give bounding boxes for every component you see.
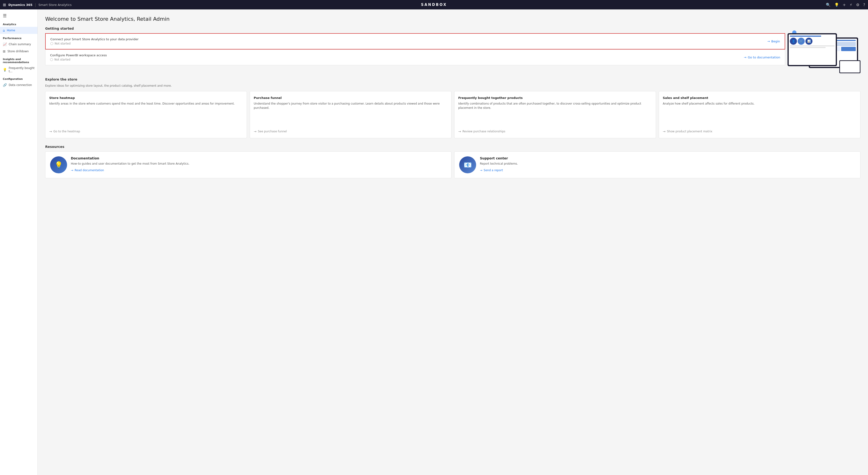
sidebar-section-analytics: Analytics ⌂ Home xyxy=(0,20,37,34)
tablet-mockup: 👤 🛒 📊 xyxy=(787,33,858,71)
small-tablet-screen xyxy=(840,61,860,72)
support-title: Support center xyxy=(480,156,856,160)
getting-started-title: Getting started xyxy=(45,27,861,30)
funnel-link[interactable]: → See purchase funnel xyxy=(254,129,447,133)
explore-section-title: Explore the store xyxy=(45,78,861,81)
funnel-link-label: See purchase funnel xyxy=(258,130,287,133)
explore-card-sales-shelf: Sales and shelf placement Analyze how sh… xyxy=(659,91,861,138)
main-layout: ☰ Analytics ⌂ Home Performance 📈 Chain s… xyxy=(0,9,868,475)
main-content: Welcome to Smart Store Analytics, Retail… xyxy=(38,9,868,475)
explore-section: Explore the store Explore ideas for opti… xyxy=(45,78,861,138)
configuration-section-label: Configuration xyxy=(0,75,37,82)
connect-card-action[interactable]: → Begin xyxy=(767,39,780,43)
store-drilldown-label: Store drilldown xyxy=(7,50,29,53)
documentation-desc: How-to guides and user documentation to … xyxy=(71,161,446,166)
documentation-content: Documentation How-to guides and user doc… xyxy=(71,156,446,172)
resource-card-documentation: 💡 Documentation How-to guides and user d… xyxy=(45,151,452,178)
setup-card-powerbi: Configure PowerBI workspace access Not s… xyxy=(45,50,785,65)
support-link-label: Send a report xyxy=(484,169,503,172)
search-icon[interactable]: 🔍 xyxy=(826,3,831,7)
heatmap-desc: Identify areas in the store where custom… xyxy=(49,101,243,128)
documentation-icon: 💡 xyxy=(50,156,67,173)
sidebar-section-insights: Insights and recommendations 💡 Frequentl… xyxy=(0,55,37,75)
connect-card-status: Not started xyxy=(50,42,138,45)
performance-section-label: Performance xyxy=(0,34,37,41)
getting-started-row: Connect your Smart Store Analytics to yo… xyxy=(45,33,861,71)
support-desc: Report technical problems. xyxy=(480,161,856,166)
sidebar-section-configuration: Configuration 🔗 Data connection xyxy=(0,75,37,89)
tablet-front: 👤 🛒 📊 xyxy=(787,33,837,66)
powerbi-status-radio xyxy=(50,58,53,61)
documentation-link[interactable]: → Read documentation xyxy=(71,169,446,172)
hamburger-icon[interactable]: ☰ xyxy=(0,11,37,20)
connect-action-arrow: → xyxy=(767,39,770,43)
freq-bought-link-label: Review purchase relationships xyxy=(463,130,505,133)
sidebar-item-data-connection[interactable]: 🔗 Data connection xyxy=(0,82,37,89)
front-bar-2 xyxy=(790,46,835,47)
data-connection-label: Data connection xyxy=(9,83,32,87)
tablet-front-screen: 👤 🛒 📊 xyxy=(789,34,836,65)
support-content: Support center Report technical problems… xyxy=(480,156,856,172)
powerbi-card-status: Not started xyxy=(50,58,107,61)
connect-card-title: Connect your Smart Store Analytics to yo… xyxy=(50,37,138,41)
question-icon[interactable]: ? xyxy=(863,3,865,7)
sidebar-section-performance: Performance 📈 Chain summary ⊞ Store dril… xyxy=(0,34,37,55)
insights-section-label: Insights and recommendations xyxy=(0,55,37,65)
setup-cards-container: Connect your Smart Store Analytics to yo… xyxy=(45,33,785,71)
heatmap-link-label: Go to the heatmap xyxy=(54,130,80,133)
sidebar-item-frequently-bought[interactable]: 💡 Frequently bought t... xyxy=(0,65,37,75)
heatmap-link[interactable]: → Go to the heatmap xyxy=(49,129,243,133)
sidebar: ☰ Analytics ⌂ Home Performance 📈 Chain s… xyxy=(0,9,38,475)
chain-summary-label: Chain summary xyxy=(9,42,31,46)
settings-icon[interactable]: ⚙ xyxy=(856,3,859,7)
front-screen-bar xyxy=(790,35,821,37)
top-nav: ⊞ Dynamics 365 | Smart Store Analytics S… xyxy=(0,0,868,9)
resources-section-title: Resources xyxy=(45,145,861,149)
sandbox-label: SANDBOX xyxy=(421,3,447,7)
front-icon-2: 🛒 xyxy=(798,38,805,45)
sales-shelf-link[interactable]: → Show product placement matrix xyxy=(663,129,857,133)
front-icon-3: 📊 xyxy=(805,38,812,45)
freq-bought-desc: Identify combinations of products that a… xyxy=(458,101,652,128)
setup-card-connect-left: Connect your Smart Store Analytics to yo… xyxy=(50,37,138,45)
support-link-arrow: → xyxy=(480,169,482,172)
add-icon[interactable]: + xyxy=(843,3,846,7)
sidebar-home-label: Home xyxy=(7,29,15,32)
filter-icon[interactable]: ⚡ xyxy=(850,3,852,7)
resource-card-support: 📧 Support center Report technical proble… xyxy=(454,151,861,178)
heatmap-arrow: → xyxy=(49,129,52,133)
home-icon: ⌂ xyxy=(3,29,5,32)
connect-status-radio xyxy=(50,42,53,45)
analytics-section-label: Analytics xyxy=(0,20,37,27)
documentation-link-label: Read documentation xyxy=(74,169,104,172)
nav-left: ⊞ Dynamics 365 | Smart Store Analytics xyxy=(3,3,71,7)
sidebar-item-home[interactable]: ⌂ Home xyxy=(0,27,37,34)
getting-started-section: Getting started Connect your Smart Store… xyxy=(45,27,861,71)
help-icon[interactable]: 💡 xyxy=(834,3,839,7)
apps-icon[interactable]: ⊞ xyxy=(3,3,6,7)
setup-card-powerbi-left: Configure PowerBI workspace access Not s… xyxy=(50,54,107,61)
store-drilldown-icon: ⊞ xyxy=(3,50,6,53)
frequently-bought-icon: 💡 xyxy=(3,68,7,71)
sales-shelf-desc: Analyze how shelf placement affects sale… xyxy=(663,101,857,128)
nav-right: 🔍 💡 + ⚡ ⚙ ? xyxy=(826,3,865,7)
page-title: Welcome to Smart Store Analytics, Retail… xyxy=(45,16,861,22)
setup-card-connect: Connect your Smart Store Analytics to yo… xyxy=(45,33,785,50)
sidebar-item-store-drilldown[interactable]: ⊞ Store drilldown xyxy=(0,48,37,55)
front-screen-row-1: 👤 🛒 📊 xyxy=(790,38,835,45)
support-link[interactable]: → Send a report xyxy=(480,169,856,172)
powerbi-card-action[interactable]: → Go to documentation xyxy=(744,56,780,59)
explore-card-frequently-bought: Frequently bought together products Iden… xyxy=(454,91,656,138)
small-tablet xyxy=(839,60,861,73)
heatmap-title: Store heatmap xyxy=(49,96,243,99)
front-bar-3 xyxy=(790,47,826,48)
front-icon-1: 👤 xyxy=(790,38,797,45)
powerbi-action-arrow: → xyxy=(744,56,746,59)
getting-started-image: 👤 🛒 📊 xyxy=(785,33,861,71)
explore-cards-grid: Store heatmap Identify areas in the stor… xyxy=(45,91,861,138)
sales-shelf-title: Sales and shelf placement xyxy=(663,96,857,99)
chain-summary-icon: 📈 xyxy=(3,42,7,46)
freq-bought-link[interactable]: → Review purchase relationships xyxy=(458,129,652,133)
sidebar-item-chain-summary[interactable]: 📈 Chain summary xyxy=(0,41,37,48)
data-connection-icon: 🔗 xyxy=(3,83,7,87)
